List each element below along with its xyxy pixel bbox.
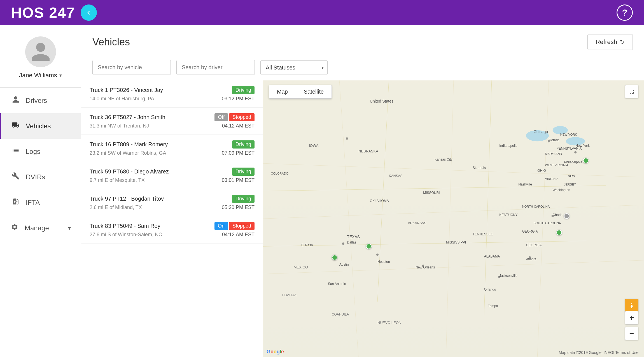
- search-vehicle-input[interactable]: [92, 60, 171, 75]
- settings-nav-icon: [10, 223, 19, 233]
- svg-point-70: [376, 254, 379, 256]
- vehicle-location: 27.6 mi S of Winston-Salem, NC: [90, 232, 162, 238]
- sidebar-user-section: Jane Williams ▾: [0, 25, 81, 88]
- svg-text:ALABAMA: ALABAMA: [484, 254, 500, 258]
- svg-point-69: [498, 276, 500, 278]
- status-badge-stopped: Stopped: [229, 113, 255, 121]
- sidebar-item-dvirs-label: DVIRs: [26, 173, 45, 181]
- svg-text:Washington: Washington: [553, 188, 570, 192]
- svg-point-68: [529, 256, 531, 259]
- zoom-in-button[interactable]: +: [625, 311, 638, 324]
- svg-text:NORTH CAROLINA: NORTH CAROLINA: [522, 205, 550, 208]
- search-driver-input[interactable]: [176, 60, 255, 75]
- fuel-nav-icon: [11, 198, 20, 207]
- page-title: Vehicles: [92, 36, 130, 48]
- google-logo: Google: [267, 349, 284, 355]
- vehicle-item[interactable]: Truck 36 PT5027 - John Smith Off Stopped…: [81, 108, 263, 135]
- main-layout: Jane Williams ▾ Drivers Vehicles Logs: [0, 25, 644, 357]
- svg-point-65: [548, 140, 550, 142]
- svg-text:Philadelphia: Philadelphia: [564, 160, 582, 164]
- person-icon: [29, 41, 52, 63]
- svg-text:JERSEY: JERSEY: [564, 183, 576, 186]
- sidebar-item-vehicles[interactable]: Vehicles: [0, 113, 81, 139]
- tab-satellite[interactable]: Satellite: [296, 85, 332, 98]
- svg-text:Nashville: Nashville: [518, 182, 532, 186]
- fullscreen-button[interactable]: [625, 85, 638, 98]
- street-view-button[interactable]: [625, 299, 638, 312]
- vehicle-item[interactable]: Truck 59 PT680 - Diego Alvarez Driving 9…: [81, 162, 263, 189]
- map-area[interactable]: Chicago Indianapolis St. Louis Nashville…: [263, 80, 644, 357]
- svg-text:St. Louis: St. Louis: [473, 166, 486, 170]
- svg-text:NEW YORK: NEW YORK: [560, 133, 577, 136]
- svg-text:United States: United States: [370, 99, 393, 103]
- svg-text:Austin: Austin: [339, 263, 349, 266]
- svg-text:Indianapolis: Indianapolis: [499, 144, 517, 148]
- tab-map[interactable]: Map: [269, 85, 296, 98]
- vehicle-location: 31.3 mi NW of Trenton, NJ: [90, 123, 149, 129]
- map-zoom-controls: + −: [625, 311, 638, 340]
- vehicle-name: Truck 16 PT809 - Mark Romery: [90, 141, 168, 148]
- svg-text:COLORADO: COLORADO: [271, 172, 288, 175]
- svg-text:GEORGIA: GEORGIA: [526, 243, 542, 247]
- manage-chevron-icon: ▾: [68, 225, 71, 231]
- svg-text:NEBRASKA: NEBRASKA: [358, 149, 378, 153]
- sidebar-item-manage[interactable]: Manage ▾: [0, 215, 81, 241]
- status-badge: Driving: [232, 86, 255, 94]
- svg-text:OKLAHOMA: OKLAHOMA: [370, 199, 389, 203]
- svg-text:IOWA: IOWA: [309, 143, 319, 148]
- user-dropdown-icon: ▾: [59, 72, 62, 78]
- svg-text:Jacksonville: Jacksonville: [499, 274, 517, 278]
- svg-text:Houston: Houston: [377, 260, 390, 264]
- back-button[interactable]: [81, 4, 97, 21]
- sidebar-item-ifta[interactable]: IFTA: [0, 190, 81, 215]
- status-select[interactable]: All Statuses Driving Stopped Off Duty: [260, 60, 328, 75]
- person-nav-icon: [11, 96, 20, 105]
- svg-text:Dallas: Dallas: [347, 240, 356, 244]
- sidebar-item-logs-label: Logs: [26, 148, 40, 156]
- vehicle-time: 04:12 AM EST: [222, 123, 255, 129]
- truck-nav-icon: [11, 121, 20, 131]
- svg-point-72: [422, 265, 424, 267]
- vehicle-time: 03:12 PM EST: [222, 96, 255, 102]
- svg-point-64: [346, 137, 348, 140]
- svg-text:TENNESSEE: TENNESSEE: [473, 232, 493, 236]
- vehicle-item[interactable]: Truck 1 PT3026 - Vincent Jay Driving 14.…: [81, 80, 263, 108]
- svg-text:KANSAS: KANSAS: [389, 174, 403, 178]
- help-button[interactable]: ?: [617, 4, 633, 21]
- vehicle-name: Truck 36 PT5027 - John Smith: [90, 114, 165, 120]
- wrench-nav-icon: [11, 172, 20, 182]
- svg-text:MEXICO: MEXICO: [294, 265, 308, 269]
- svg-text:COAHUILA: COAHUILA: [332, 312, 349, 316]
- svg-text:OHIO: OHIO: [537, 169, 546, 173]
- sidebar-item-ifta-label: IFTA: [26, 199, 40, 207]
- list-nav-icon: [11, 147, 20, 156]
- zoom-out-button[interactable]: −: [625, 327, 638, 340]
- content-area: Truck 1 PT3026 - Vincent Jay Driving 14.…: [81, 80, 644, 357]
- chevron-left-icon: [85, 9, 93, 17]
- svg-text:NUEVO LEON: NUEVO LEON: [377, 321, 401, 325]
- sidebar-item-vehicles-label: Vehicles: [26, 122, 51, 130]
- vehicle-item[interactable]: Truck 16 PT809 - Mark Romery Driving 23.…: [81, 135, 263, 162]
- vehicle-name: Truck 59 PT680 - Diego Alvarez: [90, 168, 169, 175]
- street-view-icon: [628, 302, 635, 309]
- vehicle-location: 23.2 mi SW of Warner Robins, GA: [90, 150, 166, 156]
- map-footer: Map data ©2019 Google, INEGI Terms of Us…: [559, 350, 638, 355]
- sidebar-item-logs[interactable]: Logs: [0, 139, 81, 164]
- main-content: Vehicles Refresh ↻ All Statuses Driving …: [81, 25, 644, 357]
- vehicle-item[interactable]: Truck 83 PT5049 - Sam Roy On Stopped 27.…: [81, 216, 263, 244]
- vehicle-item[interactable]: Truck 97 PT12 - Bogdan Titov Driving 2.6…: [81, 189, 263, 216]
- status-badge-off: Off: [214, 113, 228, 121]
- svg-point-73: [631, 303, 632, 304]
- user-name-text: Jane Williams: [19, 72, 57, 79]
- sidebar-item-dvirs[interactable]: DVIRs: [0, 164, 81, 190]
- svg-text:San Antonio: San Antonio: [328, 282, 346, 286]
- map-background: Chicago Indianapolis St. Louis Nashville…: [263, 80, 644, 357]
- svg-text:MISSOURI: MISSOURI: [423, 191, 440, 195]
- fullscreen-icon: [628, 88, 635, 95]
- user-name-display[interactable]: Jane Williams ▾: [19, 72, 62, 79]
- refresh-button[interactable]: Refresh ↻: [587, 34, 633, 50]
- header-left: HOS 247: [11, 4, 97, 21]
- sidebar-item-drivers[interactable]: Drivers: [0, 88, 81, 113]
- vehicle-location: 9.7 mi E of Mesquite, TX: [90, 177, 145, 183]
- map-marker-tx-west[interactable]: [332, 255, 337, 260]
